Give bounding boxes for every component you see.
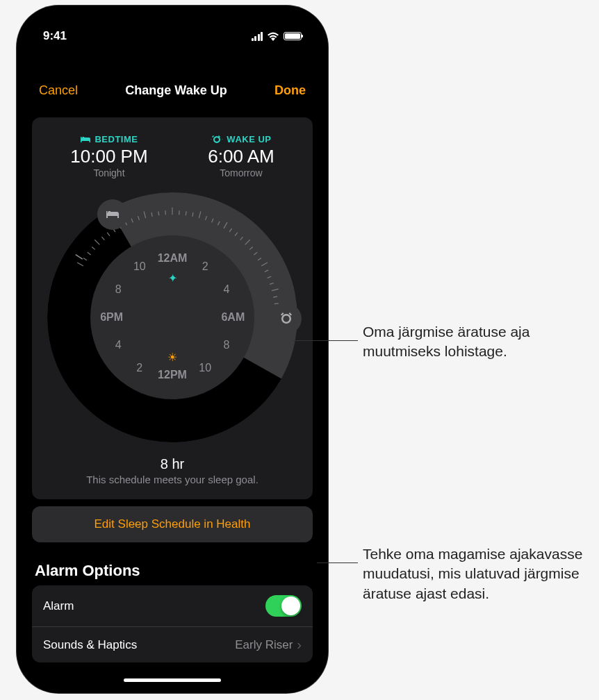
svg-line-20 <box>186 211 186 215</box>
status-icons <box>252 32 302 41</box>
svg-line-22 <box>199 211 201 218</box>
svg-line-23 <box>206 216 207 220</box>
svg-line-27 <box>229 228 231 232</box>
schedule-card: BEDTIME 10:00 PM Tonight WAKE UP 6:00 AM… <box>32 117 313 499</box>
sounds-detail: Early Riser › <box>235 637 302 653</box>
clock-ticks <box>47 192 297 442</box>
svg-line-3 <box>83 258 87 260</box>
sleep-clock[interactable]: 12AM 2 4 6AM 8 10 12PM 2 4 6PM 8 10 ✦ ☀ <box>47 192 297 442</box>
bed-handle-icon <box>105 209 120 220</box>
content-area: Cancel Change Wake Up Done BEDTIME 10:00… <box>22 49 322 688</box>
svg-line-12 <box>131 219 133 223</box>
wakeup-handle[interactable] <box>271 303 302 334</box>
bedtime-label-row: BEDTIME <box>70 134 147 144</box>
wakeup-label-row: WAKE UP <box>208 134 274 144</box>
svg-line-28 <box>235 233 238 236</box>
cancel-button[interactable]: Cancel <box>39 83 78 98</box>
bedtime-handle[interactable] <box>97 199 128 230</box>
alarm-options-header: Alarm Options <box>22 549 322 585</box>
wifi-icon <box>267 32 279 41</box>
svg-line-33 <box>258 258 261 260</box>
alarm-handle-icon <box>278 312 295 325</box>
svg-line-30 <box>245 240 250 244</box>
svg-line-14 <box>144 211 146 218</box>
nav-bar: Cancel Change Wake Up Done <box>22 49 322 110</box>
svg-line-24 <box>212 219 213 223</box>
page-title: Change Wake Up <box>125 83 227 98</box>
svg-line-36 <box>268 276 272 278</box>
alarm-switch[interactable] <box>265 595 302 617</box>
bedtime-value: 10:00 PM <box>70 146 147 167</box>
phone-screen: 9:41 Cancel Change Wake Up Done <box>22 11 322 688</box>
phone-frame: 9:41 Cancel Change Wake Up Done <box>17 6 328 693</box>
svg-line-21 <box>192 212 193 217</box>
status-time: 9:41 <box>43 29 67 43</box>
svg-line-5 <box>92 247 95 249</box>
svg-line-39 <box>273 297 277 297</box>
svg-line-2 <box>77 262 83 266</box>
svg-line-31 <box>249 247 253 249</box>
alarm-label: Alarm <box>43 599 74 613</box>
duration-value: 8 hr <box>40 456 304 472</box>
svg-line-8 <box>107 233 110 236</box>
sounds-label: Sounds & Haptics <box>43 638 137 652</box>
bedtime-label: BEDTIME <box>95 134 138 144</box>
wakeup-column: WAKE UP 6:00 AM Tomorrow <box>208 134 274 178</box>
callout-2: Tehke oma magamise ajakavasse muudatusi,… <box>363 544 585 603</box>
time-summary: BEDTIME 10:00 PM Tonight WAKE UP 6:00 AM… <box>40 134 304 178</box>
svg-line-34 <box>261 262 268 266</box>
callout-line-2 <box>317 562 358 563</box>
home-indicator[interactable] <box>124 678 221 682</box>
svg-line-40 <box>274 303 279 304</box>
sounds-value: Early Riser <box>235 638 293 652</box>
sounds-haptics-row[interactable]: Sounds & Haptics Early Riser › <box>32 626 313 662</box>
svg-line-6 <box>95 240 99 244</box>
duration-message: This schedule meets your sleep goal. <box>40 474 304 485</box>
svg-line-4 <box>88 252 91 255</box>
svg-line-16 <box>158 211 159 215</box>
svg-line-37 <box>270 283 274 284</box>
chevron-right-icon: › <box>297 637 302 653</box>
wakeup-value: 6:00 AM <box>208 146 274 167</box>
svg-line-29 <box>240 237 243 240</box>
svg-line-7 <box>101 237 104 240</box>
duration-row: 8 hr This schedule meets your sleep goal… <box>40 456 304 485</box>
svg-line-25 <box>218 222 220 225</box>
svg-line-38 <box>272 289 279 291</box>
svg-line-13 <box>138 216 139 220</box>
bedtime-column: BEDTIME 10:00 PM Tonight <box>70 134 147 178</box>
edit-schedule-button[interactable]: Edit Sleep Schedule in Health <box>32 506 313 542</box>
dynamic-island <box>131 21 214 44</box>
svg-line-26 <box>224 222 227 228</box>
svg-line-32 <box>254 252 257 255</box>
bed-icon <box>80 135 91 144</box>
alarm-icon <box>211 135 223 144</box>
bedtime-sub: Tonight <box>70 167 147 178</box>
callout-line-1 <box>292 340 358 341</box>
battery-icon <box>284 32 302 40</box>
alarm-toggle-row[interactable]: Alarm <box>32 585 313 626</box>
svg-line-15 <box>151 212 152 217</box>
callout-1: Oma järgmise äratuse aja muutmiseks lohi… <box>363 322 599 362</box>
svg-line-35 <box>265 270 268 272</box>
cellular-signal-icon <box>252 32 263 41</box>
done-button[interactable]: Done <box>274 83 306 98</box>
wakeup-label: WAKE UP <box>227 134 271 144</box>
wakeup-sub: Tomorrow <box>208 167 274 178</box>
